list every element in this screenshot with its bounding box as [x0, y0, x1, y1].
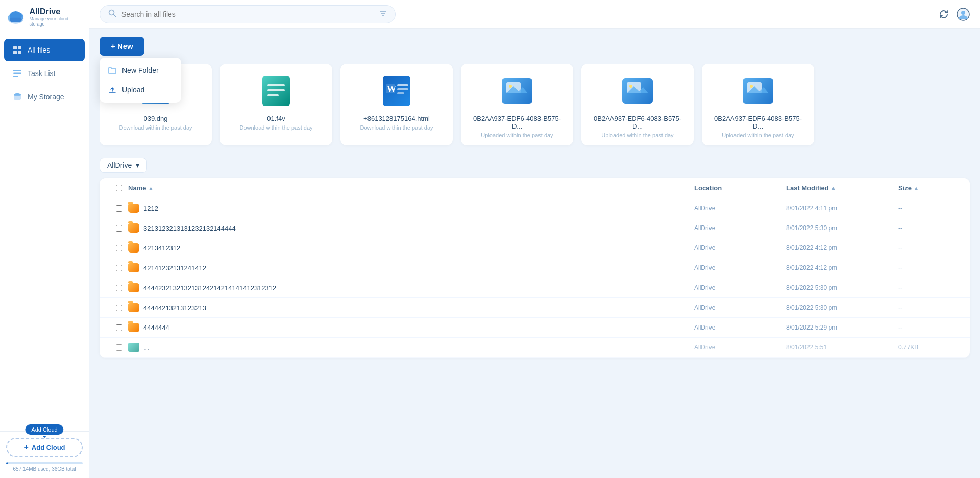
row-name-1: 3213123213131232132144444: [128, 223, 694, 233]
filter-icon: [379, 9, 387, 19]
svg-rect-35: [397, 92, 404, 94]
folder-icon-2: [128, 243, 139, 253]
new-button[interactable]: + New: [100, 37, 144, 56]
select-all-checkbox[interactable]: [116, 185, 122, 191]
svg-rect-29: [267, 94, 279, 96]
content-area: + New New Folder: [89, 29, 980, 478]
recent-file-meta-0: Download within the past day: [119, 124, 192, 131]
table-row[interactable]: 444423213213213124214214141412312312 All…: [100, 278, 970, 298]
row-name-2: 4213412312: [128, 243, 694, 253]
row-checkbox-3[interactable]: [116, 265, 122, 271]
refresh-button[interactable]: [938, 9, 949, 20]
table-row[interactable]: 3213123213131232132144444 AllDrive 8/01/…: [100, 218, 970, 238]
row-size-5: --: [898, 304, 960, 311]
add-cloud-tooltip: Add Cloud: [25, 424, 63, 435]
select-all-cell: [110, 184, 128, 192]
row-checkbox-1[interactable]: [116, 225, 122, 232]
search-bar[interactable]: [100, 5, 396, 23]
svg-rect-6: [18, 46, 21, 49]
file-table: Name ▲ Location Last Modified ▲ Size ▲: [100, 178, 970, 358]
row-checkbox-2[interactable]: [116, 245, 122, 251]
recent-file-card-1[interactable]: 01.f4v Download within the past day: [220, 64, 332, 145]
file-thumb-2: W: [379, 73, 414, 109]
list-header: AllDrive ▾: [100, 158, 970, 173]
row-location-1: AllDrive: [694, 224, 786, 232]
row-modified-7: 8/01/2022 5:51: [786, 344, 898, 351]
row-name-4: 444423213213213124214214141412312312: [128, 283, 694, 292]
add-cloud-plus-icon: +: [23, 443, 28, 452]
recent-file-card-2[interactable]: W +8613128175164.html Download within th…: [340, 64, 453, 145]
row-size-7: 0.77KB: [898, 344, 960, 351]
sidebar-item-task-list[interactable]: Task List: [4, 62, 85, 85]
source-select[interactable]: AllDrive ▾: [100, 158, 147, 173]
recent-file-card-3[interactable]: 0B2AA937-EDF6-4083-B575-D... Uploaded wi…: [461, 64, 573, 145]
file-thumb-5: [740, 73, 776, 109]
row-name-7: ...: [128, 343, 694, 352]
col-name[interactable]: Name ▲: [128, 184, 694, 192]
main-area: + New New Folder: [89, 0, 980, 478]
recent-file-card-4[interactable]: 0B2AA937-EDF6-4083-B575-D... Uploaded wi…: [581, 64, 694, 145]
row-modified-0: 8/01/2022 4:11 pm: [786, 205, 898, 212]
svg-point-13: [14, 93, 21, 96]
recent-file-meta-2: Download within the past day: [360, 124, 433, 131]
recent-file-name-1: 01.f4v: [267, 115, 285, 122]
row-name-3: 42141232131241412: [128, 263, 694, 272]
storage-text: 657.14MB used, 36GB total: [6, 466, 83, 472]
new-button-wrap: + New New Folder: [100, 37, 144, 56]
svg-rect-33: [397, 84, 408, 86]
sidebar: AllDrive Manage your cloud storage All f…: [0, 0, 89, 478]
table-row[interactable]: 4213412312 AllDrive 8/01/2022 4:12 pm --: [100, 238, 970, 258]
row-location-7: AllDrive: [694, 344, 786, 351]
row-location-3: AllDrive: [694, 264, 786, 271]
row-name-6: 4444444: [128, 323, 694, 332]
all-files-icon: [12, 45, 22, 55]
col-location[interactable]: Location: [694, 184, 786, 192]
table-row[interactable]: 4444444 AllDrive 8/01/2022 5:29 pm --: [100, 318, 970, 338]
sidebar-item-all-files[interactable]: All files: [4, 39, 85, 61]
row-name-0: 1212: [128, 204, 694, 213]
table-row[interactable]: ... AllDrive 8/01/2022 5:51 0.77KB: [100, 338, 970, 358]
svg-rect-28: [267, 89, 285, 91]
search-input[interactable]: [121, 10, 374, 18]
row-location-0: AllDrive: [694, 205, 786, 212]
new-folder-label: New Folder: [122, 66, 159, 74]
topbar-actions: [938, 8, 970, 21]
add-cloud-button[interactable]: Add Cloud + Add Cloud: [6, 438, 83, 457]
row-checkbox-0[interactable]: [116, 205, 122, 212]
col-modified-label: Last Modified: [786, 184, 829, 192]
sidebar-navigation: All files Task List My Stora: [0, 34, 89, 431]
svg-rect-5: [13, 46, 17, 49]
row-checkbox-cell-3: [110, 265, 128, 271]
sidebar-item-my-storage-label: My Storage: [28, 93, 64, 101]
row-checkbox-4[interactable]: [116, 285, 122, 291]
upload-option[interactable]: Upload: [100, 80, 181, 99]
row-size-2: --: [898, 244, 960, 251]
folder-icon-1: [128, 223, 139, 233]
row-size-4: --: [898, 284, 960, 291]
table-row[interactable]: 44444213213123213 AllDrive 8/01/2022 5:3…: [100, 298, 970, 318]
row-modified-2: 8/01/2022 4:12 pm: [786, 244, 898, 251]
svg-point-39: [509, 85, 512, 88]
new-folder-option[interactable]: New Folder: [100, 61, 181, 80]
col-modified[interactable]: Last Modified ▲: [786, 184, 898, 192]
row-size-1: --: [898, 224, 960, 232]
row-checkbox-cell-0: [110, 205, 128, 212]
size-sort-icon: ▲: [914, 185, 919, 191]
table-row[interactable]: 1212 AllDrive 8/01/2022 4:11 pm --: [100, 198, 970, 218]
col-size[interactable]: Size ▲: [898, 184, 960, 192]
sidebar-item-my-storage[interactable]: My Storage: [4, 86, 85, 108]
row-checkbox-6[interactable]: [116, 324, 122, 331]
folder-icon-5: [128, 303, 139, 312]
recent-file-card-5[interactable]: 0B2AA937-EDF6-4083-B575-D... Uploaded wi…: [702, 64, 814, 145]
row-modified-6: 8/01/2022 5:29 pm: [786, 324, 898, 331]
logo-area: AllDrive Manage your cloud storage: [0, 0, 89, 34]
row-checkbox-cell-2: [110, 245, 128, 251]
user-avatar-button[interactable]: [957, 8, 970, 21]
upload-icon: [108, 85, 117, 94]
table-row[interactable]: 42141232131241412 AllDrive 8/01/2022 4:1…: [100, 258, 970, 278]
svg-rect-9: [13, 70, 21, 71]
source-label: AllDrive: [107, 161, 132, 169]
row-checkbox-5[interactable]: [116, 305, 122, 311]
row-checkbox-7[interactable]: [116, 344, 122, 351]
sidebar-bottom: Add Cloud + Add Cloud 657.14MB used, 36G…: [0, 431, 89, 478]
